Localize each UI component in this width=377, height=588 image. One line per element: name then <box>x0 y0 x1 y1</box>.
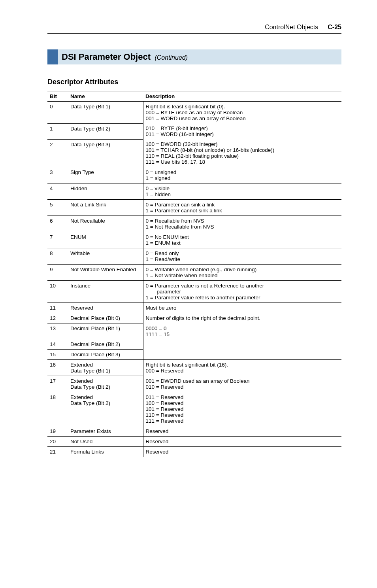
table-row: 6Not Recallable0 = Recallable from NVS 1… <box>47 216 341 232</box>
cell-name: Not a Link Sink <box>68 200 143 216</box>
cell-name: Data Type (Bit 3) <box>68 139 143 167</box>
header-page-number: C-25 <box>328 24 341 31</box>
table-row: 7ENUM0 = No ENUM text 1 = ENUM text <box>47 232 341 248</box>
cell-bit: 10 <box>47 281 68 303</box>
section-continued: (Continued) <box>155 54 188 61</box>
table-row: 5Not a Link Sink0 = Parameter can sink a… <box>47 200 341 216</box>
cell-description: 0 = unsigned 1 = signed <box>143 167 341 183</box>
cell-bit: 12 <box>47 313 68 323</box>
cell-name: Decimal Place (Bit 1) <box>68 323 143 339</box>
table-row: 15Decimal Place (Bit 3) <box>47 350 341 360</box>
cell-bit: 9 <box>47 265 68 281</box>
cell-bit: 15 <box>47 350 68 360</box>
cell-bit: 19 <box>47 426 68 436</box>
cell-description: 001 = DWORD used as an array of Boolean … <box>143 376 341 392</box>
table-row: 8Writable0 = Read only 1 = Read/write <box>47 248 341 265</box>
cell-name: ENUM <box>68 232 143 248</box>
cell-name: Decimal Place (Bit 2) <box>68 339 143 350</box>
cell-description: 100 = DWORD (32-bit integer) 101 = TCHAR… <box>143 139 341 167</box>
header-title: ControlNet Objects <box>265 24 318 31</box>
table-row: 21Formula LinksReserved <box>47 446 341 457</box>
table-row: 3Sign Type0 = unsigned 1 = signed <box>47 167 341 183</box>
cell-bit: 2 <box>47 139 68 167</box>
cell-bit: 21 <box>47 446 68 457</box>
table-row: 14Decimal Place (Bit 2) <box>47 339 341 350</box>
cell-name: Extended Data Type (Bit 1) <box>68 360 143 376</box>
cell-name: Reserved <box>68 303 143 313</box>
cell-bit: 11 <box>47 303 68 313</box>
page-header: ControlNet Objects C-25 <box>47 24 341 34</box>
cell-description: 0 = Parameter value is not a Reference t… <box>143 281 341 303</box>
cell-bit: 8 <box>47 248 68 265</box>
cell-name: Not Recallable <box>68 216 143 232</box>
cell-name: Not Used <box>68 436 143 446</box>
cell-description: Reserved <box>143 446 341 457</box>
cell-name: Parameter Exists <box>68 426 143 436</box>
cell-description: 0 = Writable when enabled (e.g., drive r… <box>143 265 341 281</box>
cell-name: Data Type (Bit 2) <box>68 123 143 139</box>
table-row: 13Decimal Place (Bit 1)0000 = 0 1111 = 1… <box>47 323 341 339</box>
cell-bit: 6 <box>47 216 68 232</box>
cell-name: Writable <box>68 248 143 265</box>
col-header-name: Name <box>68 91 143 102</box>
cell-bit: 17 <box>47 376 68 392</box>
cell-bit: 1 <box>47 123 68 139</box>
cell-description: 0 = Parameter can sink a link 1 = Parame… <box>143 200 341 216</box>
table-row: 18Extended Data Type (Bit 2)011 = Reserv… <box>47 392 341 426</box>
cell-name: Decimal Place (Bit 0) <box>68 313 143 323</box>
cell-name: Hidden <box>68 183 143 200</box>
cell-bit: 20 <box>47 436 68 446</box>
cell-bit: 16 <box>47 360 68 376</box>
cell-bit: 13 <box>47 323 68 339</box>
cell-name: Sign Type <box>68 167 143 183</box>
cell-name: Decimal Place (Bit 3) <box>68 350 143 360</box>
cell-description: 0 = No ENUM text 1 = ENUM text <box>143 232 341 248</box>
cell-name: Not Writable When Enabled <box>68 265 143 281</box>
table-row: 0Data Type (Bit 1)Right bit is least sig… <box>47 102 341 124</box>
table-row: 12Decimal Place (Bit 0)Number of digits … <box>47 313 341 323</box>
table-row: 10Instance0 = Parameter value is not a R… <box>47 281 341 303</box>
col-header-desc: Description <box>143 91 341 102</box>
cell-bit: 7 <box>47 232 68 248</box>
cell-description: 011 = Reserved 100 = Reserved 101 = Rese… <box>143 392 341 426</box>
table-header-row: Bit Name Description <box>47 91 341 102</box>
cell-name: Extended Data Type (Bit 2) <box>68 376 143 392</box>
descriptor-attributes-table: Bit Name Description 0Data Type (Bit 1)R… <box>47 91 341 457</box>
cell-description: Must be zero <box>143 303 341 313</box>
cell-name: Data Type (Bit 1) <box>68 102 143 124</box>
section-heading-band: DSI Parameter Object (Continued) <box>47 49 341 64</box>
table-row: 4Hidden0 = visible 1 = hidden <box>47 183 341 200</box>
cell-bit: 14 <box>47 339 68 350</box>
table-row: 19Parameter ExistsReserved <box>47 426 341 436</box>
cell-description: 010 = BYTE (8-bit integer) 011 = WORD (1… <box>143 123 341 139</box>
cell-description: 0000 = 0 1111 = 15 <box>143 323 341 339</box>
cell-name: Extended Data Type (Bit 2) <box>68 392 143 426</box>
table-row: 2Data Type (Bit 3)100 = DWORD (32-bit in… <box>47 139 341 167</box>
cell-description: Right bit is least significant bit (0). … <box>143 102 341 124</box>
table-row: 20Not UsedReserved <box>47 436 341 446</box>
col-header-bit: Bit <box>47 91 68 102</box>
cell-description: Reserved <box>143 436 341 446</box>
cell-description <box>143 339 341 350</box>
cell-name: Instance <box>68 281 143 303</box>
cell-bit: 5 <box>47 200 68 216</box>
cell-bit: 3 <box>47 167 68 183</box>
subheading: Descriptor Attributes <box>47 78 341 86</box>
cell-description <box>143 350 341 360</box>
cell-name: Formula Links <box>68 446 143 457</box>
cell-bit: 4 <box>47 183 68 200</box>
table-row: 17Extended Data Type (Bit 2)001 = DWORD … <box>47 376 341 392</box>
cell-description: Right bit is least significant bit (16).… <box>143 360 341 376</box>
cell-bit: 18 <box>47 392 68 426</box>
table-row: 1Data Type (Bit 2)010 = BYTE (8-bit inte… <box>47 123 341 139</box>
cell-description: 0 = Recallable from NVS 1 = Not Recallab… <box>143 216 341 232</box>
cell-description: Reserved <box>143 426 341 436</box>
cell-bit: 0 <box>47 102 68 124</box>
cell-description: 0 = visible 1 = hidden <box>143 183 341 200</box>
table-row: 16Extended Data Type (Bit 1)Right bit is… <box>47 360 341 376</box>
cell-description: 0 = Read only 1 = Read/write <box>143 248 341 265</box>
cell-description: Number of digits to the right of the dec… <box>143 313 341 323</box>
section-title: DSI Parameter Object <box>62 52 151 62</box>
table-row: 11ReservedMust be zero <box>47 303 341 313</box>
table-row: 9Not Writable When Enabled0 = Writable w… <box>47 265 341 281</box>
